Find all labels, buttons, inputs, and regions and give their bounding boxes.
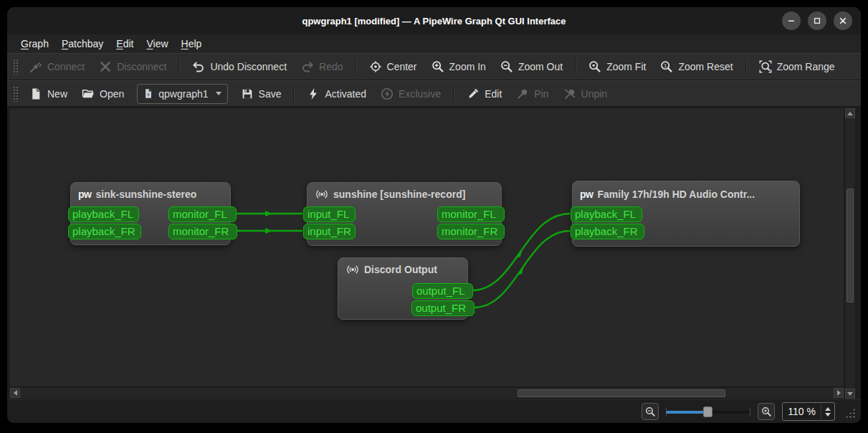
menu-help-mnemonic: H bbox=[181, 38, 189, 49]
unpin-button[interactable]: Unpin bbox=[556, 83, 615, 105]
port-input-fr[interactable]: input_FR bbox=[303, 224, 356, 239]
menu-patchbay[interactable]: Patchbay bbox=[55, 36, 110, 52]
zoom-out-button[interactable]: Zoom Out bbox=[493, 56, 570, 77]
maximize-button[interactable] bbox=[808, 11, 826, 30]
open-label: Open bbox=[100, 88, 124, 100]
statusbar-zoom-in-button[interactable] bbox=[758, 403, 775, 420]
minimize-icon bbox=[787, 16, 796, 25]
node-title: sink-sunshine-stereo bbox=[95, 189, 196, 200]
vertical-scrollbar[interactable] bbox=[844, 108, 856, 399]
scroll-left-button[interactable] bbox=[10, 388, 20, 398]
horizontal-scroll-thumb[interactable] bbox=[518, 389, 725, 397]
statusbar: 110 % bbox=[7, 399, 861, 423]
disconnect-label: Disconnect bbox=[117, 61, 166, 72]
horizontal-scrollbar[interactable] bbox=[9, 387, 844, 399]
audio-stream-icon bbox=[315, 189, 329, 199]
port-playback-fl[interactable]: playback_FL bbox=[571, 206, 642, 222]
zoom-slider-handle[interactable] bbox=[703, 406, 712, 417]
spin-up-button[interactable] bbox=[825, 407, 831, 411]
new-button[interactable]: New bbox=[22, 83, 75, 105]
unpin-icon bbox=[563, 87, 576, 100]
port-output-fl[interactable]: output_FL bbox=[412, 283, 473, 299]
port-monitor-fl[interactable]: monitor_FL bbox=[168, 206, 237, 222]
close-button[interactable] bbox=[834, 11, 852, 30]
center-button[interactable]: Center bbox=[362, 56, 424, 77]
zoom-reset-label: Zoom Reset bbox=[678, 61, 733, 72]
zoom-slider[interactable] bbox=[666, 405, 750, 418]
node-sunshine[interactable]: sunshine [sunshine-record] input_FL inpu… bbox=[307, 182, 502, 246]
undo-disconnect-button[interactable]: Undo Disconnect bbox=[185, 56, 294, 77]
zoom-fit-button[interactable]: Zoom Fit bbox=[581, 56, 653, 77]
minimize-button[interactable] bbox=[782, 11, 801, 30]
zoom-range-icon bbox=[759, 60, 772, 73]
node-header: pw Family 17h/19h HD Audio Contr... bbox=[573, 181, 799, 200]
connect-button[interactable]: Connect bbox=[22, 56, 92, 77]
port-playback-fr[interactable]: playback_FR bbox=[571, 224, 644, 239]
app-window: qpwgraph1 [modified] — A PipeWire Graph … bbox=[7, 7, 861, 423]
close-icon bbox=[839, 16, 847, 25]
titlebar[interactable]: qpwgraph1 [modified] — A PipeWire Graph … bbox=[7, 7, 861, 34]
exclusive-button[interactable]: Exclusive bbox=[373, 83, 448, 105]
disconnect-icon bbox=[99, 60, 112, 73]
edit-button[interactable]: Edit bbox=[459, 83, 509, 105]
port-monitor-fr[interactable]: monitor_FR bbox=[168, 224, 237, 239]
zoom-percent-spinbox[interactable]: 110 % bbox=[782, 402, 835, 421]
new-file-icon bbox=[29, 87, 42, 100]
port-playback-fr[interactable]: playback_FR bbox=[68, 224, 141, 239]
menu-view[interactable]: View bbox=[140, 36, 174, 52]
node-title: Discord Output bbox=[364, 264, 437, 275]
center-icon bbox=[369, 60, 382, 73]
pin-button[interactable]: Pin bbox=[509, 83, 555, 105]
connect-icon bbox=[29, 60, 42, 73]
arrow-right-icon bbox=[837, 390, 841, 396]
toolbar-separator bbox=[453, 85, 454, 103]
toolbar-drag-handle[interactable] bbox=[13, 59, 18, 75]
redo-label: Redo bbox=[319, 61, 343, 72]
open-folder-icon bbox=[82, 87, 95, 100]
arrow-down-icon bbox=[847, 392, 853, 396]
spin-down-button[interactable] bbox=[825, 413, 831, 417]
zoom-out-icon bbox=[500, 60, 513, 73]
menu-graph[interactable]: Graph bbox=[14, 36, 55, 52]
activated-button[interactable]: Activated bbox=[300, 83, 373, 105]
redo-button[interactable]: Redo bbox=[294, 56, 350, 77]
vertical-scroll-thumb[interactable] bbox=[846, 189, 854, 303]
menu-help-label: elp bbox=[189, 38, 202, 49]
port-output-fr[interactable]: output_FR bbox=[411, 300, 474, 316]
toolbar-drag-handle[interactable] bbox=[13, 86, 18, 102]
patchbay-file-combobox[interactable]: qpwgraph1 bbox=[137, 84, 227, 104]
port-monitor-fl[interactable]: monitor_FL bbox=[437, 206, 505, 222]
graph-viewport[interactable]: pw sink-sunshine-stereo playback_FL play… bbox=[9, 108, 844, 387]
zoom-reset-button[interactable]: 1 Zoom Reset bbox=[653, 56, 740, 77]
activated-label: Activated bbox=[325, 88, 366, 100]
save-button[interactable]: Save bbox=[234, 83, 289, 105]
slider-tick bbox=[750, 408, 750, 417]
menu-help[interactable]: Help bbox=[175, 36, 209, 52]
toolbar-separator bbox=[575, 58, 576, 75]
menu-edit[interactable]: Edit bbox=[110, 36, 140, 52]
zoom-in-label: Zoom In bbox=[449, 61, 486, 72]
node-family-hd-audio[interactable]: pw Family 17h/19h HD Audio Contr... play… bbox=[572, 181, 800, 247]
port-input-fl[interactable]: input_FL bbox=[303, 206, 356, 222]
zoom-slider-track bbox=[707, 411, 750, 414]
port-monitor-fr[interactable]: monitor_FR bbox=[437, 224, 505, 239]
node-header: Discord Output bbox=[338, 258, 467, 275]
open-button[interactable]: Open bbox=[75, 83, 131, 105]
statusbar-zoom-out-button[interactable] bbox=[642, 403, 659, 420]
redo-icon bbox=[301, 60, 314, 73]
node-sink-sunshine-stereo[interactable]: pw sink-sunshine-stereo playback_FL play… bbox=[70, 182, 231, 245]
scroll-right-button[interactable] bbox=[834, 388, 844, 398]
disconnect-button[interactable]: Disconnect bbox=[92, 56, 173, 77]
zoom-range-button[interactable]: Zoom Range bbox=[752, 56, 842, 77]
menubar: Graph Patchbay Edit View Help bbox=[7, 34, 861, 53]
window-resize-grip[interactable] bbox=[844, 407, 856, 419]
port-playback-fl[interactable]: playback_FL bbox=[68, 206, 139, 222]
node-discord-output[interactable]: Discord Output output_FL output_FR bbox=[338, 257, 468, 320]
scroll-down-button[interactable] bbox=[845, 389, 855, 399]
menu-view-mnemonic: V bbox=[146, 38, 153, 49]
toolbar-separator bbox=[293, 85, 295, 103]
menu-graph-mnemonic: G bbox=[21, 38, 29, 49]
scroll-up-button[interactable] bbox=[845, 108, 855, 118]
node-title: sunshine [sunshine-record] bbox=[333, 189, 465, 200]
zoom-in-button[interactable]: Zoom In bbox=[424, 56, 493, 77]
